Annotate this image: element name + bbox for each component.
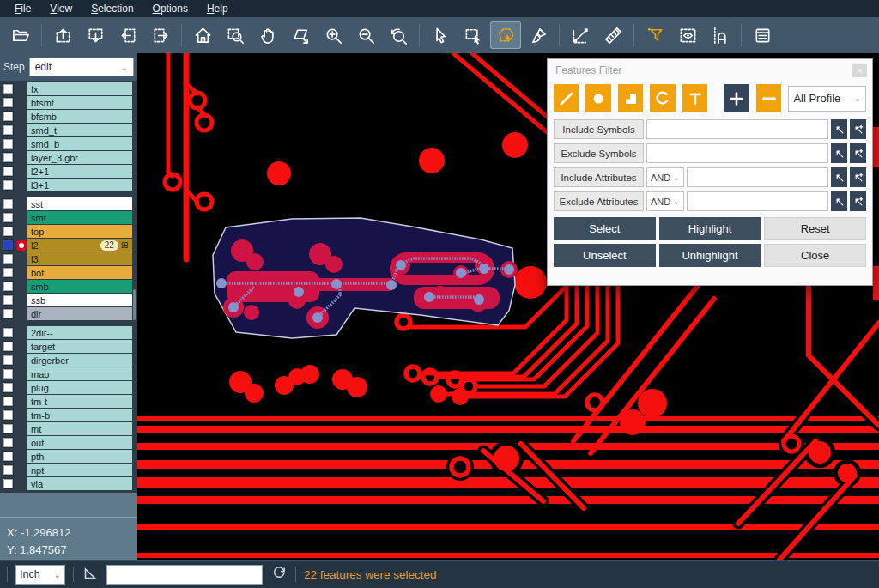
nudge-left-button[interactable]: [112, 21, 143, 49]
layer-checkbox[interactable]: [0, 167, 15, 176]
reset-button[interactable]: Reset: [764, 217, 866, 240]
layer-checkbox[interactable]: [0, 438, 15, 447]
zoom-previous-button[interactable]: [383, 21, 414, 49]
layer-checkbox[interactable]: [0, 342, 15, 351]
close-button[interactable]: Close: [764, 244, 866, 267]
measure-corner-icon[interactable]: [82, 564, 99, 585]
include-attributes-button[interactable]: Include Attributes: [554, 167, 644, 187]
layer-name[interactable]: ssb: [27, 294, 132, 306]
layer-name[interactable]: smd_t: [27, 124, 132, 136]
layer-name[interactable]: 2dir--: [27, 326, 132, 339]
layer-name[interactable]: bfsmb: [27, 110, 132, 123]
nudge-down-button[interactable]: [80, 21, 111, 49]
menu-item-help[interactable]: Help: [197, 1, 238, 16]
pick-from-canvas-button[interactable]: [831, 143, 847, 163]
layer-checkbox[interactable]: [0, 153, 15, 162]
filter-value-input[interactable]: [646, 143, 828, 163]
layer-checkbox[interactable]: [0, 254, 15, 264]
filter-value-input[interactable]: [687, 191, 828, 211]
remove-mode-button[interactable]: [756, 84, 781, 112]
layer-name[interactable]: sst: [27, 197, 132, 210]
layer-scrollbar[interactable]: [133, 289, 136, 320]
zoom-window-button[interactable]: [220, 21, 251, 49]
unit-select[interactable]: Inch ⌄: [15, 565, 65, 585]
layer-name[interactable]: layer_3.gbr: [27, 151, 132, 164]
add-mode-button[interactable]: [724, 84, 749, 112]
exclude-symbols-button[interactable]: Exclude Symbols: [554, 143, 644, 163]
layer-name[interactable]: bot: [27, 266, 132, 279]
view-options-button[interactable]: [672, 21, 703, 49]
text-feature-button[interactable]: [682, 84, 707, 112]
layer-checkbox[interactable]: [0, 309, 15, 318]
layer-checkbox[interactable]: [0, 112, 15, 121]
refresh-icon[interactable]: [270, 564, 288, 585]
pick-from-canvas-button[interactable]: [831, 191, 847, 211]
layer-checkbox[interactable]: [0, 98, 15, 107]
pick-from-canvas-button[interactable]: [831, 167, 847, 187]
brush-select-button[interactable]: [523, 21, 554, 49]
layer-name[interactable]: tm-t: [27, 395, 132, 408]
unselect-button[interactable]: Unselect: [554, 244, 656, 267]
layer-name[interactable]: dir: [27, 307, 132, 320]
command-input[interactable]: [106, 565, 263, 585]
include-symbols-button[interactable]: Include Symbols: [554, 119, 644, 139]
layer-name[interactable]: smb: [27, 280, 132, 293]
nudge-up-button[interactable]: [47, 21, 78, 49]
layer-name[interactable]: l222⊞: [27, 239, 132, 252]
layer-name[interactable]: mt: [27, 422, 132, 435]
nudge-right-button[interactable]: [145, 21, 176, 49]
highlight-button[interactable]: Highlight: [659, 217, 761, 240]
layer-checkbox[interactable]: [0, 125, 15, 135]
layer-name[interactable]: l3+1: [27, 179, 132, 191]
pick-add-from-canvas-button[interactable]: [850, 167, 866, 187]
dialog-title-bar[interactable]: Features Filter ×: [548, 59, 872, 82]
select-cursor-button[interactable]: [425, 21, 456, 49]
menu-item-selection[interactable]: Selection: [82, 1, 142, 16]
layer-checkbox[interactable]: [0, 180, 15, 190]
close-icon[interactable]: ×: [852, 64, 867, 77]
menu-item-view[interactable]: View: [40, 1, 82, 16]
layer-name[interactable]: via: [27, 477, 132, 490]
step-select[interactable]: edit ⌄: [29, 58, 134, 76]
layer-name[interactable]: bfsmt: [27, 96, 132, 109]
layer-name[interactable]: map: [27, 367, 132, 380]
surface-feature-button[interactable]: [618, 84, 643, 112]
layer-name[interactable]: pth: [27, 450, 132, 463]
zoom-out-button[interactable]: [350, 21, 381, 49]
layer-name[interactable]: npt: [27, 464, 132, 476]
layer-checkbox[interactable]: [0, 240, 15, 250]
pick-add-from-canvas-button[interactable]: [850, 191, 866, 211]
pick-add-from-canvas-button[interactable]: [850, 143, 866, 163]
layer-name[interactable]: dirgerber: [27, 354, 132, 367]
and-or-select[interactable]: AND⌄: [646, 167, 684, 187]
layer-checkbox[interactable]: [0, 199, 15, 209]
line-feature-button[interactable]: [554, 84, 579, 112]
pick-add-from-canvas-button[interactable]: [850, 119, 866, 139]
polygon-select-button[interactable]: [490, 21, 521, 49]
pad-feature-button[interactable]: [585, 84, 610, 112]
layer-checkbox[interactable]: [0, 84, 15, 94]
layer-checkbox[interactable]: [0, 465, 15, 475]
layer-name[interactable]: plug: [27, 381, 132, 394]
layer-name[interactable]: target: [27, 340, 132, 353]
layer-name[interactable]: smt: [27, 211, 132, 224]
measure-ruler-button[interactable]: [597, 21, 628, 49]
open-folder-button[interactable]: [5, 21, 36, 49]
profile-select[interactable]: All Profile⌄: [788, 86, 866, 112]
layer-checkbox[interactable]: [0, 328, 15, 337]
layer-name[interactable]: fx: [27, 82, 132, 95]
snap-magnet-button[interactable]: [705, 21, 736, 49]
layers-panel-button[interactable]: [747, 21, 778, 49]
layer-name[interactable]: l2+1: [27, 165, 132, 178]
layer-checkbox[interactable]: [0, 369, 15, 379]
layer-name[interactable]: l3: [27, 252, 132, 265]
measure-distance-button[interactable]: [565, 21, 596, 49]
layer-name[interactable]: tm-b: [27, 409, 132, 421]
layer-name[interactable]: out: [27, 436, 132, 449]
layer-checkbox[interactable]: [0, 479, 15, 488]
layer-checkbox[interactable]: [0, 355, 15, 365]
exclude-attributes-button[interactable]: Exclude Attributes: [554, 191, 644, 211]
layer-checkbox[interactable]: [0, 227, 15, 236]
filter-value-input[interactable]: [646, 119, 828, 139]
layer-checkbox[interactable]: [0, 295, 15, 305]
